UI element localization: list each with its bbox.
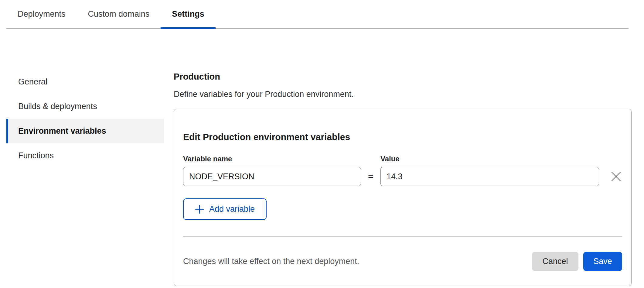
add-variable-label: Add variable	[209, 204, 255, 214]
main-content: Production Define variables for your Pro…	[174, 70, 632, 286]
variable-name-label: Variable name	[183, 155, 361, 163]
value-field-wrap	[380, 167, 599, 186]
sidebar-item-functions-label: Functions	[18, 151, 54, 160]
footer-actions: Cancel Save	[532, 252, 622, 271]
settings-sidebar: General Builds & deployments Environment…	[6, 70, 164, 286]
sidebar-item-functions[interactable]: Functions	[6, 143, 164, 168]
sidebar-item-builds-deployments-label: Builds & deployments	[18, 102, 97, 111]
remove-variable-button[interactable]	[599, 167, 622, 186]
page-tabbar: Deployments Custom domains Settings	[6, 0, 629, 29]
tab-deployments[interactable]: Deployments	[6, 0, 77, 28]
tab-settings-label: Settings	[172, 9, 204, 19]
section-description: Define variables for your Production env…	[174, 90, 632, 99]
settings-page: Deployments Custom domains Settings Gene…	[0, 0, 644, 288]
tab-custom-domains-label: Custom domains	[88, 9, 150, 19]
tab-settings[interactable]: Settings	[161, 0, 216, 28]
value-label: Value	[380, 155, 599, 163]
environment-variables-card: Edit Production environment variables Va…	[174, 109, 632, 286]
tab-deployments-label: Deployments	[18, 9, 66, 19]
settings-layout: General Builds & deployments Environment…	[0, 29, 644, 286]
save-button[interactable]: Save	[583, 252, 622, 271]
sidebar-item-general-label: General	[18, 77, 47, 87]
variable-row: Variable name Value =	[183, 155, 622, 186]
deployment-note: Changes will take effect on the next dep…	[183, 257, 359, 266]
cancel-button[interactable]: Cancel	[532, 252, 578, 271]
section-title: Production	[174, 71, 632, 82]
x-icon	[611, 171, 622, 182]
card-title: Edit Production environment variables	[183, 132, 622, 142]
card-body: Edit Production environment variables Va…	[174, 109, 631, 220]
sidebar-item-environment-variables[interactable]: Environment variables	[6, 119, 164, 143]
plus-icon	[195, 205, 204, 214]
sidebar-item-environment-variables-label: Environment variables	[18, 126, 106, 136]
variable-name-input[interactable]	[183, 167, 361, 186]
sidebar-item-general[interactable]: General	[6, 70, 164, 94]
variable-name-field-wrap	[183, 167, 361, 186]
equals-sign: =	[361, 167, 380, 186]
card-footer: Changes will take effect on the next dep…	[174, 237, 631, 286]
value-input[interactable]	[380, 167, 599, 186]
sidebar-item-builds-deployments[interactable]: Builds & deployments	[6, 94, 164, 119]
tab-custom-domains[interactable]: Custom domains	[77, 0, 161, 28]
add-variable-button[interactable]: Add variable	[183, 198, 267, 220]
